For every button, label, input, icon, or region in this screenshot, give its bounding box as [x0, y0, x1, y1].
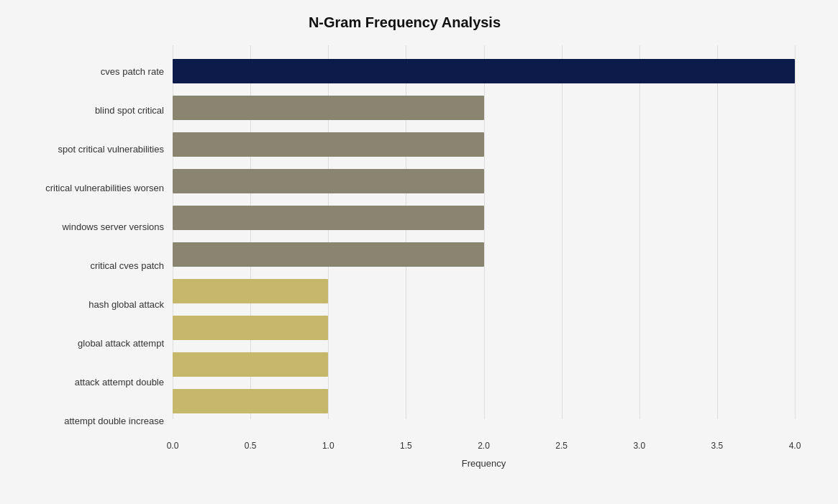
y-label: attempt double increase: [64, 402, 164, 441]
y-label: attack attempt double: [75, 363, 164, 402]
bar-row: [173, 309, 795, 346]
y-label: global attack attempt: [78, 324, 164, 363]
y-labels: cves patch rateblind spot criticalspot c…: [14, 45, 173, 462]
grid-and-bars: [173, 45, 795, 441]
bar: [173, 279, 328, 303]
y-label: spot critical vulnerabilities: [58, 130, 164, 169]
chart-title: N-Gram Frequency Analysis: [14, 14, 795, 31]
x-axis-tick-label: 2.5: [555, 441, 568, 451]
x-axis-tick-label: 1.5: [400, 441, 412, 451]
bar-row: [173, 236, 795, 272]
y-label: critical cves patch: [90, 247, 164, 285]
x-axis-tick-label: 3.5: [711, 441, 724, 451]
bar: [173, 242, 484, 267]
bar-row: [173, 126, 795, 162]
x-axis-tick-label: 0.5: [245, 441, 257, 451]
x-axis-tick-label: 0.0: [167, 441, 179, 451]
chart-area: cves patch rateblind spot criticalspot c…: [14, 45, 795, 462]
bars-and-grid: 0.00.51.01.52.02.53.03.54.0 Frequency: [173, 45, 795, 462]
bar-row: [173, 346, 795, 382]
bar-row: [173, 199, 795, 236]
y-label: critical vulnerabilities worsen: [45, 169, 164, 208]
bar: [173, 352, 328, 377]
bar-row: [173, 162, 795, 199]
bar: [173, 96, 484, 120]
bar-row: [173, 382, 795, 419]
y-label: hash global attack: [88, 285, 164, 324]
bar-row: [173, 89, 795, 126]
bar: [173, 316, 328, 340]
bar: [173, 59, 795, 83]
bar-row: [173, 272, 795, 309]
x-axis-area: 0.00.51.01.52.02.53.03.54.0 Frequency: [173, 441, 795, 462]
grid-line: [795, 45, 796, 419]
y-label: cves patch rate: [101, 52, 164, 91]
bar-row: [173, 52, 795, 89]
y-label: windows server versions: [62, 208, 164, 247]
bar: [173, 206, 484, 230]
y-label: blind spot critical: [95, 91, 164, 130]
chart-container: N-Gram Frequency Analysis cves patch rat…: [0, 0, 838, 504]
bars-container: [173, 52, 795, 419]
x-axis-tick-label: 2.0: [478, 441, 490, 451]
bar: [173, 169, 484, 193]
x-axis-tick-label: 1.0: [322, 441, 334, 451]
x-axis-title: Frequency: [173, 458, 795, 469]
bar: [173, 389, 328, 413]
bar: [173, 132, 484, 157]
x-axis-tick-label: 3.0: [633, 441, 645, 451]
x-axis-tick-label: 4.0: [789, 441, 801, 451]
x-axis-labels: 0.00.51.01.52.02.53.03.54.0: [173, 441, 795, 455]
